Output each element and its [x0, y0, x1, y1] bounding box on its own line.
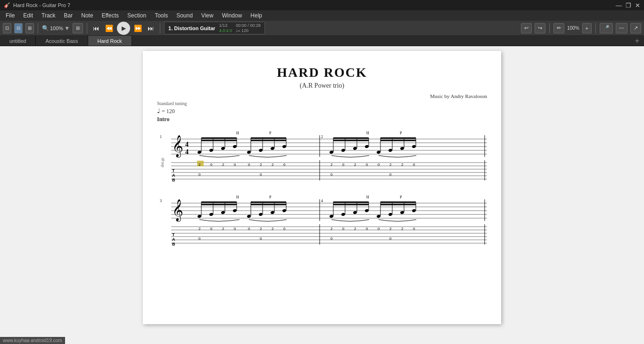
svg-text:A: A	[172, 237, 175, 242]
view-notation-btn[interactable]: ⊡	[3, 23, 11, 33]
menu-file[interactable]: File	[2, 11, 18, 20]
svg-point-39	[388, 148, 392, 152]
time-signature: 4.0:4.0	[219, 28, 232, 33]
main-area: HARD ROCK (A.R Power trio) Music by Andr…	[0, 46, 644, 344]
svg-text:H: H	[366, 131, 369, 135]
time-elapsed: 00:00 / 00:28	[236, 23, 261, 28]
separator-3	[160, 23, 160, 33]
svg-text:0: 0	[330, 172, 333, 177]
svg-text:0: 0	[260, 237, 262, 241]
toolbar-right: ↩ ↪ ✏ 100% + 🎤 〰 ↗	[521, 23, 641, 33]
svg-text:P: P	[269, 131, 272, 135]
score-canvas: HARD ROCK (A.R Power trio) Music by Andr…	[0, 46, 644, 344]
maximize-button[interactable]: ❐	[626, 2, 631, 9]
tab-bar: untitled Acoustic Bass Hard Rock +	[0, 36, 644, 46]
add-tab-btn[interactable]: +	[630, 36, 644, 46]
svg-point-5	[197, 150, 201, 154]
cursor-btn[interactable]: ↗	[630, 23, 641, 33]
svg-point-21	[282, 145, 286, 148]
menu-section[interactable]: Section	[124, 11, 150, 20]
view-both-btn[interactable]: ⊞	[25, 23, 34, 33]
svg-text:2: 2	[330, 227, 333, 231]
svg-text:0: 0	[378, 163, 380, 167]
wave-btn[interactable]: 〰	[616, 23, 627, 33]
notes-bar3: H P	[197, 195, 287, 221]
treble-clef-1: 𝄞	[172, 135, 183, 158]
menu-window[interactable]: Window	[218, 11, 246, 20]
svg-text:2: 2	[260, 163, 262, 167]
bar-number-4: 4	[321, 199, 323, 203]
svg-text:0: 0	[378, 227, 380, 231]
menu-track[interactable]: Track	[38, 11, 59, 20]
undo-btn[interactable]: ↩	[521, 23, 532, 33]
separator-2	[87, 23, 87, 33]
svg-text:2: 2	[401, 227, 404, 231]
view-tab-btn[interactable]: ⊟	[14, 23, 23, 33]
menu-sound[interactable]: Sound	[173, 11, 197, 20]
separator-1	[38, 23, 38, 33]
menu-note[interactable]: Note	[77, 11, 97, 20]
svg-text:2: 2	[198, 163, 201, 167]
zoom-down-btn[interactable]: ▼	[64, 25, 70, 32]
minimize-button[interactable]: —	[616, 2, 622, 9]
svg-point-17	[258, 148, 263, 152]
svg-text:0: 0	[248, 227, 250, 231]
play-btn[interactable]: ▶	[117, 22, 130, 35]
tab-label-b2: B	[172, 178, 175, 181]
transport-controls: ⏮ ⏪ ▶ ⏩ ⏭	[91, 22, 156, 35]
svg-text:0: 0	[413, 227, 415, 231]
svg-text:0: 0	[283, 227, 286, 231]
svg-text:P: P	[400, 195, 402, 199]
tab-label-b: A	[172, 173, 175, 178]
menu-effects[interactable]: Effects	[98, 11, 123, 20]
layout-btn[interactable]: ⊞	[73, 23, 83, 33]
svg-text:2: 2	[260, 227, 262, 231]
menu-view[interactable]: View	[198, 11, 217, 20]
mic-btn[interactable]: 🎤	[600, 23, 613, 33]
svg-text:0: 0	[389, 237, 392, 241]
svg-point-98	[282, 209, 286, 213]
tab-untitled[interactable]: untitled	[0, 36, 36, 46]
pencil-tool-btn[interactable]: ✏	[553, 23, 564, 33]
track-info-name: 1. Distortion Guitar	[168, 25, 215, 31]
volume-plus-btn[interactable]: +	[582, 23, 592, 33]
fast-forward-btn[interactable]: ⏩	[132, 24, 144, 33]
svg-text:0: 0	[413, 163, 415, 167]
bar-number-1: 1	[160, 135, 162, 139]
staff-lines-notation-2	[171, 203, 487, 218]
score-section: Intro	[157, 116, 487, 123]
svg-text:2: 2	[389, 163, 392, 167]
svg-text:B: B	[172, 242, 175, 246]
score-subtitle: (A.R Power trio)	[157, 82, 487, 90]
svg-text:P: P	[269, 195, 272, 199]
zoom-control: 🔍 100% ▼	[42, 25, 70, 32]
notation-staff-2: 𝄞 3	[157, 189, 487, 246]
app-icon: 🎸	[4, 2, 10, 8]
menu-edit[interactable]: Edit	[19, 11, 37, 20]
tempo-note-icon: ♩	[157, 107, 160, 115]
tab-staff-2: T A B 2 0 2 0 0 0 2 2 0 0	[171, 224, 487, 246]
svg-point-27	[329, 150, 333, 154]
svg-text:0: 0	[366, 227, 368, 231]
score-tuning: Standard tuning	[157, 101, 487, 106]
svg-point-9	[221, 147, 225, 150]
zoom-value: 100%	[50, 25, 63, 31]
menu-tools[interactable]: Tools	[151, 11, 172, 20]
notes-bar2: H P	[329, 131, 416, 157]
svg-point-108	[353, 211, 357, 214]
tab-acoustic-bass[interactable]: Acoustic Bass	[36, 36, 88, 46]
close-button[interactable]: ✕	[635, 2, 640, 9]
staff-system-2: 𝄞 3	[157, 189, 487, 246]
rewind-btn[interactable]: ⏪	[103, 24, 115, 33]
fast-forward-end-btn[interactable]: ⏭	[146, 24, 156, 33]
svg-point-43	[412, 145, 416, 148]
notation-staff-1: 𝄞 4 4 1	[157, 125, 487, 181]
menu-bar[interactable]: Bar	[60, 11, 77, 20]
menu-help[interactable]: Help	[247, 11, 266, 20]
redo-btn[interactable]: ↪	[535, 23, 545, 33]
svg-point-106	[341, 213, 345, 216]
separator-4	[549, 23, 550, 33]
tab-hard-rock[interactable]: Hard Rock	[88, 36, 132, 46]
svg-text:P: P	[400, 131, 402, 135]
rewind-start-btn[interactable]: ⏮	[91, 24, 101, 33]
